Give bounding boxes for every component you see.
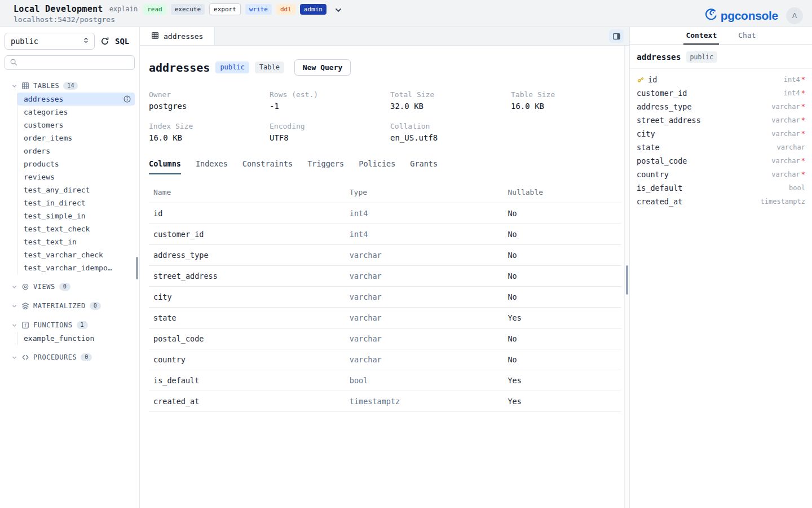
table-row[interactable]: address_typevarcharNo [149,245,621,266]
context-column-name: customer_id [637,89,687,98]
tree-section-views: VIEWS0 [5,280,135,294]
section-header-materialized[interactable]: MATERIALIZED0 [5,299,135,313]
context-table-name: addresses [637,52,681,62]
context-column-name: state [637,143,660,152]
table-stats: OwnerpostgresRows (est.)-1Total Size32.0… [149,90,620,142]
sidebar-item-test_text_in[interactable]: test_text_in [17,235,135,248]
section-header-views[interactable]: VIEWS0 [5,280,135,294]
sidebar-item-test_text_check[interactable]: test_text_check [17,222,135,235]
table-header-row: NameTypeNullable [149,188,621,203]
chevron-down-icon [11,303,17,309]
context-column-name: postal_code [637,156,687,165]
tab-grants[interactable]: Grants [410,159,438,174]
tab-columns[interactable]: Columns [149,159,181,174]
avatar[interactable]: A [786,7,803,24]
required-asterisk: * [801,89,805,97]
tab-indexes[interactable]: Indexes [196,159,228,174]
document-tabstrip: addresses [140,27,629,46]
tree-section-functions: fFUNCTIONS1example_function [5,318,135,345]
cell-name: is_default [149,376,345,385]
schema-select-value: public [11,37,38,46]
sidebar-item-example_function[interactable]: example_function [17,332,135,345]
tab-constraints[interactable]: Constraints [242,159,293,174]
item-label: test_text_check [24,225,90,233]
table-row[interactable]: postal_codevarcharNo [149,329,621,349]
permission-badge-execute: execute [171,4,205,15]
sidebar-item-test_varchar_idempo[interactable]: test_varchar_idempo… [17,261,135,274]
table-row[interactable]: is_defaultboolYes [149,370,621,391]
sidebar: public SQL TABLES14addressescategoriescu… [0,27,140,508]
sidebar-item-test_in_direct[interactable]: test_in_direct [17,196,135,209]
stat-table-size: Table Size16.0 KB [511,90,632,111]
sidebar-item-test_any_direct[interactable]: test_any_direct [17,183,135,196]
column-name-text: created_at [637,197,682,206]
context-column-row: street_addressvarchar* [637,113,805,127]
stat-label: Encoding [270,122,390,130]
refresh-button[interactable] [100,37,109,46]
sidebar-item-reviews[interactable]: reviews [17,170,135,183]
schema-select[interactable]: public [5,33,95,50]
item-label: order_items [24,134,72,142]
table-row[interactable]: statevarcharYes [149,308,621,329]
context-column-row: postal_codevarchar* [637,154,805,168]
sidebar-item-customers[interactable]: customers [17,119,135,132]
context-tab-context[interactable]: Context [683,31,719,45]
column-name-text: customer_id [637,89,687,98]
sidebar-item-order_items[interactable]: order_items [17,132,135,144]
sidebar-item-test_simple_in[interactable]: test_simple_in [17,209,135,222]
cell-type: varchar [345,251,504,260]
brand-name: pgconsole [721,9,778,23]
section-label: VIEWS [33,283,55,291]
cell-type: timestamptz [345,397,504,406]
sidebar-item-products[interactable]: products [17,157,135,170]
table-row[interactable]: customer_idint4No [149,224,621,245]
connection-subtitle: localhost:5432/postgres [14,15,343,24]
section-label: PROCEDURES [33,353,77,361]
context-column-row: customer_idint4* [637,86,805,100]
required-asterisk: * [801,76,805,84]
svg-text:f: f [24,323,27,328]
section-header-procedures[interactable]: PROCEDURES0 [5,351,135,364]
connection-title: Local Development [14,4,103,14]
section-header-tables[interactable]: TABLES14 [5,79,135,93]
sidebar-item-test_varchar_check[interactable]: test_varchar_check [17,248,135,261]
sidebar-item-addresses[interactable]: addresses [17,93,135,106]
chevron-down-icon [11,284,17,290]
toggle-right-panel-button[interactable] [609,29,624,43]
main-scrollbar[interactable] [626,265,628,295]
cell-nullable: No [503,271,621,281]
stat-value: 32.0 KB [390,102,511,111]
chevron-down-icon [11,322,17,329]
cell-nullable: No [503,230,621,239]
column-name-text: id [648,75,657,84]
sidebar-item-categories[interactable]: categories [17,106,135,119]
object-tree: TABLES14addressescategoriescustomersorde… [5,79,135,364]
stat-collation: Collationen_US.utf8 [390,122,511,142]
tab-triggers[interactable]: Triggers [307,159,344,174]
context-tab-chat[interactable]: Chat [736,31,758,45]
table-row[interactable]: cityvarcharNo [149,287,621,308]
item-label: test_simple_in [24,212,86,220]
cell-nullable: No [503,251,621,260]
context-column-row: statevarchar [637,141,805,154]
new-query-button[interactable]: New Query [294,59,351,76]
table-row[interactable]: idint4No [149,203,621,224]
sidebar-scrollbar[interactable] [136,257,138,279]
section-label: FUNCTIONS [33,321,73,329]
table-row[interactable]: countryvarcharNo [149,349,621,370]
info-icon [123,95,131,103]
stat-value: en_US.utf8 [390,133,511,142]
tab-policies[interactable]: Policies [359,159,395,174]
section-header-functions[interactable]: fFUNCTIONS1 [5,318,135,332]
table-row[interactable]: created_attimestamptzYes [149,391,621,412]
sql-button[interactable]: SQL [115,37,129,46]
search-input[interactable] [21,59,130,67]
table-row[interactable]: street_addressvarcharNo [149,266,621,287]
sidebar-item-orders[interactable]: orders [17,144,135,157]
cell-name: id [149,209,345,218]
stat-label: Table Size [511,90,632,99]
tab-addresses[interactable]: addresses [140,27,215,45]
item-label: test_any_direct [24,186,90,194]
stat-label: Total Size [390,90,511,99]
cell-name: created_at [149,397,345,406]
